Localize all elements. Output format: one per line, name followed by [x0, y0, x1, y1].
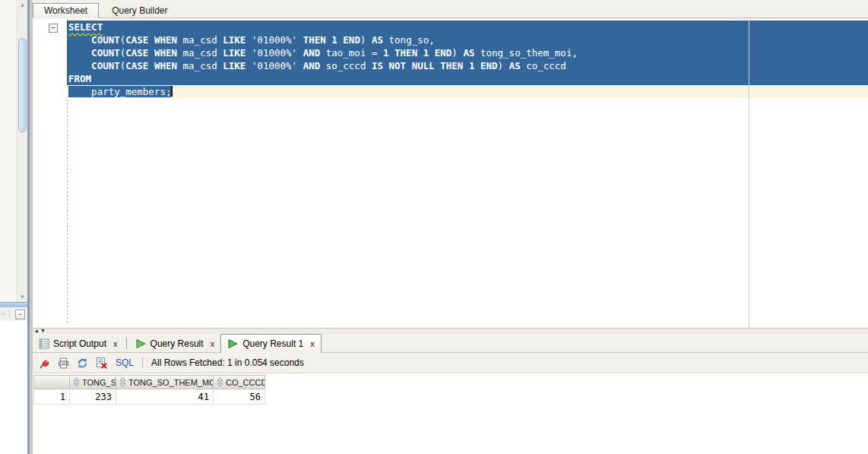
grid-header-row: TONG_SO TONG_SO_THEM_MOI CO_CCCD: [33, 375, 868, 389]
sql-developer-worksheet-window: ▲ ▼ < − Worksheet Query Builder − SELECT…: [0, 0, 868, 454]
close-icon[interactable]: x: [113, 340, 118, 348]
left-vertical-scrollbar[interactable]: ▲ ▼: [16, 0, 27, 302]
query-result-icon: [227, 338, 239, 349]
sort-icon[interactable]: [73, 377, 80, 387]
close-icon[interactable]: x: [310, 340, 315, 348]
sql-editor[interactable]: − SELECT COUNT(CASE WHEN ma_csd LIKE '01…: [33, 19, 868, 328]
tab-worksheet[interactable]: Worksheet: [33, 3, 99, 18]
sql-line-5[interactable]: FROM: [67, 72, 868, 85]
results-tabbar: Script Output x Query Result x Query Res…: [33, 334, 868, 353]
code-fold-toggle[interactable]: −: [49, 24, 58, 33]
script-output-icon: [39, 338, 49, 349]
cell-tong_so[interactable]: 233: [70, 389, 116, 405]
pin-icon[interactable]: [38, 357, 51, 370]
tab-script-output[interactable]: Script Output x: [33, 335, 124, 352]
divider: [9, 310, 10, 319]
column-header-tong_so[interactable]: TONG_SO: [70, 375, 116, 389]
results-toolbar: SQL All Rows Fetched: 1 in 0.054 seconds: [33, 353, 868, 373]
minimize-panel-button[interactable]: −: [15, 310, 25, 319]
sql-line-4[interactable]: COUNT(CASE WHEN ma_csd LIKE '01000%' AND…: [67, 59, 868, 72]
tab-scroll-left-icon[interactable]: <: [2, 310, 5, 318]
tab-separator: [126, 338, 127, 349]
left-panel-splitter[interactable]: [0, 302, 27, 307]
sql-code-area[interactable]: SELECT COUNT(CASE WHEN ma_csd LIKE '0100…: [33, 21, 868, 98]
table-row-1: 12334156: [33, 389, 868, 405]
refresh-icon[interactable]: [76, 357, 89, 370]
query-result-icon: [135, 338, 147, 349]
left-panel-mini-toolbar: < −: [0, 307, 27, 321]
rows-fetched-status: All Rows Fetched: 1 in 0.054 seconds: [151, 357, 304, 368]
results-panel: Script Output x Query Result x Query Res…: [33, 334, 868, 454]
cell-tong_so_them_moi[interactable]: 41: [116, 389, 214, 405]
scroll-up-icon[interactable]: ▲: [17, 0, 28, 10]
splitter-arrows[interactable]: ▲▼: [34, 328, 46, 334]
splitter-up-icon[interactable]: ▲: [34, 328, 40, 333]
column-header-tong_so_them_moi[interactable]: TONG_SO_THEM_MOI: [116, 375, 214, 389]
cell-co_cccd[interactable]: 56: [214, 389, 265, 405]
left-panel-body: [0, 321, 27, 454]
row-number-cell[interactable]: 1: [33, 389, 70, 405]
tab-query-result-1[interactable]: Query Result 1 x: [220, 334, 322, 353]
print-icon[interactable]: [57, 357, 70, 370]
sql-line-3[interactable]: COUNT(CASE WHEN ma_csd LIKE '01000%' AND…: [67, 46, 868, 59]
column-header-label: TONG_SO_THEM_MOI: [128, 378, 214, 387]
scroll-down-icon[interactable]: ▼: [17, 292, 28, 302]
sort-icon[interactable]: [119, 377, 126, 387]
row-number-header: [33, 375, 70, 389]
column-header-label: TONG_SO: [82, 378, 116, 387]
tab-label: Query Result: [150, 338, 204, 349]
sql-line-2[interactable]: COUNT(CASE WHEN ma_csd LIKE '01000%' THE…: [67, 33, 868, 46]
column-header-co_cccd[interactable]: CO_CCCD: [214, 375, 265, 389]
scrollbar-thumb[interactable]: [18, 38, 27, 132]
clear-script-icon[interactable]: [95, 357, 108, 370]
column-header-label: CO_CCCD: [226, 378, 265, 387]
tab-query-result[interactable]: Query Result x: [129, 335, 221, 352]
left-side-strip: ▲ ▼ < −: [0, 0, 33, 454]
splitter-down-icon[interactable]: ▼: [40, 328, 46, 333]
sort-icon[interactable]: [217, 377, 223, 387]
worksheet-tabbar: Worksheet Query Builder: [33, 0, 868, 18]
tab-query-builder[interactable]: Query Builder: [99, 3, 180, 18]
right-margin-guide: [749, 19, 749, 328]
worksheet-pane: Worksheet Query Builder − SELECT COUNT(C…: [33, 0, 868, 454]
toolbar-separator: [142, 357, 143, 368]
editor-results-splitter[interactable]: ▲▼: [33, 328, 868, 334]
left-panel-background: [0, 0, 16, 302]
tab-label: Script Output: [53, 338, 106, 349]
sql-button[interactable]: SQL: [116, 357, 134, 368]
result-grid: TONG_SO TONG_SO_THEM_MOI CO_CCCD 1233415…: [33, 375, 868, 405]
grid-body: 12334156: [33, 389, 868, 405]
sql-line-1[interactable]: SELECT: [67, 21, 868, 33]
sql-line-6[interactable]: party_members;: [67, 85, 868, 98]
close-icon[interactable]: x: [211, 340, 215, 348]
tab-label: Query Result 1: [242, 338, 303, 349]
text-caret: [171, 86, 173, 97]
